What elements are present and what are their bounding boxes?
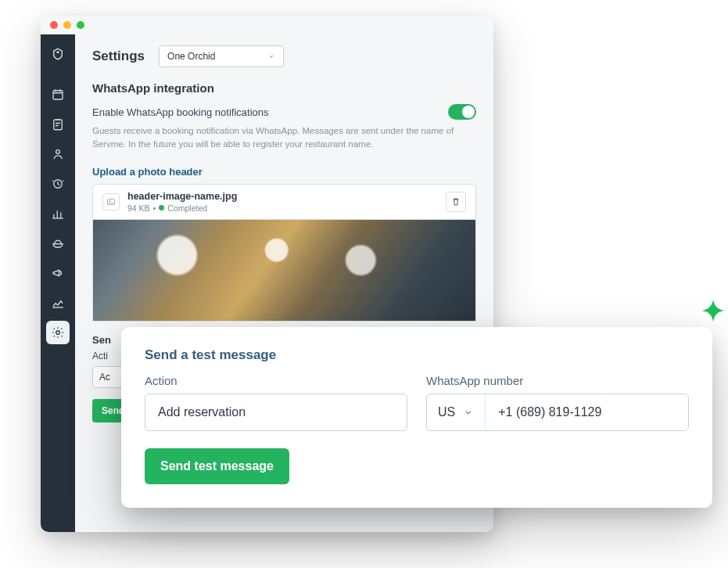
delete-file-button[interactable]: [446, 192, 466, 212]
sidebar-reports-icon[interactable]: [46, 202, 70, 225]
country-code-value: US: [438, 405, 455, 419]
chevron-down-icon: [463, 407, 474, 418]
venue-select-value: One Orchid: [167, 51, 215, 62]
upload-label: Upload a photo header: [92, 166, 476, 178]
window-close-dot[interactable]: [50, 21, 58, 29]
sidebar-calendar-icon[interactable]: [46, 83, 70, 106]
svg-rect-0: [53, 91, 63, 99]
action-label: Action: [145, 374, 407, 387]
svg-rect-1: [54, 120, 63, 130]
window-minimize-dot[interactable]: [63, 21, 71, 29]
header-image-preview: [92, 220, 476, 322]
svg-point-6: [109, 200, 111, 202]
status-dot-icon: [159, 205, 164, 210]
sidebar-analytics-icon[interactable]: [46, 291, 70, 315]
action-select[interactable]: Add reservation: [145, 394, 407, 431]
chevron-down-icon: [267, 52, 275, 60]
window-zoom-dot[interactable]: [77, 21, 84, 29]
file-size: 94 KB: [127, 203, 150, 213]
app-logo: [45, 41, 71, 67]
sidebar-settings-icon[interactable]: [46, 321, 70, 344]
file-meta: 94 KB • Completed: [127, 203, 438, 213]
svg-point-2: [56, 150, 60, 154]
sidebar-clipboard-icon[interactable]: [46, 113, 70, 136]
country-code-select[interactable]: US: [427, 394, 486, 430]
action-value: Add reservation: [158, 405, 246, 419]
sparkle-icon: [700, 297, 726, 324]
section-title: WhatsApp integration: [92, 81, 476, 95]
file-name: header-image-name.jpg: [127, 191, 438, 202]
page-title: Settings: [92, 49, 145, 64]
toggle-label: Enable WhatsApp booking notifications: [92, 106, 268, 118]
whatsapp-number-label: WhatsApp number: [426, 374, 689, 387]
send-test-message-button[interactable]: Send test message: [145, 448, 289, 484]
sidebar-food-icon[interactable]: [46, 232, 70, 255]
phone-input-group: US: [426, 394, 689, 431]
popover-title: Send a test message: [145, 347, 689, 363]
sidebar-waitlist-icon[interactable]: [46, 172, 70, 196]
svg-point-4: [56, 331, 60, 335]
phone-number-input[interactable]: [486, 394, 688, 430]
sidebar-announce-icon[interactable]: [46, 261, 70, 285]
send-test-popover: Send a test message Action Add reservati…: [121, 327, 712, 508]
sidebar-user-icon[interactable]: [46, 142, 70, 166]
venue-select[interactable]: One Orchid: [159, 45, 284, 67]
image-icon: [102, 193, 120, 210]
uploaded-file-card: header-image-name.jpg 94 KB • Completed: [92, 184, 476, 220]
help-text: Guests receive a booking notification vi…: [92, 124, 476, 152]
file-status: Completed: [167, 203, 207, 213]
sidebar: [41, 34, 75, 532]
window-titlebar: [41, 16, 493, 34]
enable-whatsapp-toggle[interactable]: [448, 104, 476, 120]
